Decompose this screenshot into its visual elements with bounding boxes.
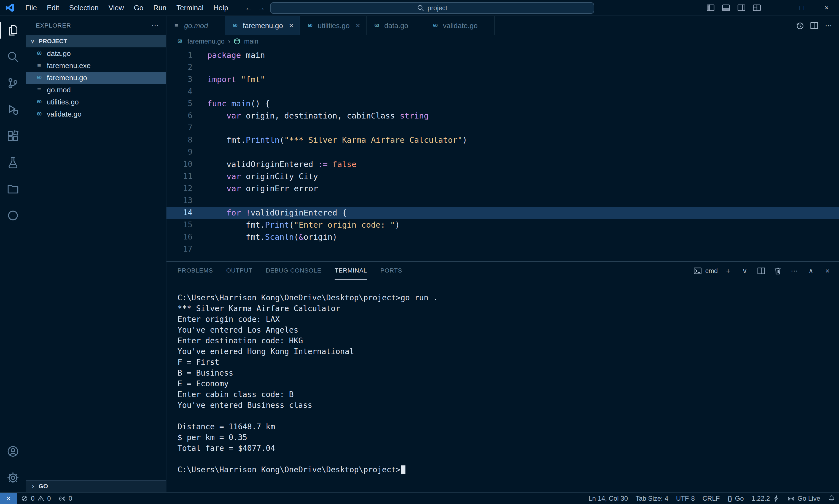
activity-tool[interactable] bbox=[0, 202, 26, 229]
source-control-icon bbox=[7, 77, 19, 89]
close-panel-button[interactable]: × bbox=[821, 265, 834, 277]
menu-go[interactable]: Go bbox=[129, 0, 148, 15]
problems-status[interactable]: 00 bbox=[17, 493, 55, 504]
breadcrumb-symbol[interactable]: main bbox=[244, 37, 258, 45]
sidebar-title-row: EXPLORER ⋯ bbox=[26, 16, 166, 35]
minimize-button[interactable]: ─ bbox=[765, 0, 789, 15]
explorer-sidebar: EXPLORER ⋯ ∨ PROJECT GOdata.go≡faremenu.… bbox=[26, 16, 166, 492]
new-terminal-button[interactable]: + bbox=[722, 265, 734, 277]
line-number: 14 bbox=[166, 207, 192, 219]
close-icon: × bbox=[824, 4, 828, 11]
toggle-secondary-sidebar-button[interactable] bbox=[734, 0, 749, 15]
panel-tab-output[interactable]: OUTPUT bbox=[226, 262, 252, 280]
history-button[interactable] bbox=[794, 20, 806, 32]
tab-label: data.go bbox=[384, 21, 408, 30]
editor-actions: ⋯ bbox=[794, 16, 839, 35]
menu-help[interactable]: Help bbox=[208, 0, 233, 15]
activity-explorer[interactable] bbox=[0, 17, 26, 43]
split-terminal-button[interactable] bbox=[755, 265, 767, 277]
tab-validate.go[interactable]: GOvalidate.go× bbox=[425, 16, 495, 35]
language-status[interactable]: {}Go bbox=[724, 493, 748, 504]
go-live-status[interactable]: Go Live bbox=[784, 493, 824, 504]
menu-file[interactable]: File bbox=[20, 0, 42, 15]
notifications-bell[interactable] bbox=[824, 493, 839, 504]
go-file-icon: GO bbox=[231, 23, 239, 28]
toggle-sidebar-button[interactable] bbox=[703, 0, 718, 15]
sidebar-title: EXPLORER bbox=[36, 22, 71, 29]
activity-settings[interactable] bbox=[0, 465, 26, 491]
vscode-window: FileEditSelectionViewGoRunTerminalHelp ←… bbox=[0, 0, 839, 504]
close-window-button[interactable]: × bbox=[814, 0, 839, 15]
code-line-text: fmt.Scanln(&origin) bbox=[207, 231, 337, 243]
code-line: 11 var originCity City bbox=[166, 170, 839, 182]
activity-extensions[interactable] bbox=[0, 123, 26, 149]
eol-status[interactable]: CRLF bbox=[699, 493, 724, 504]
terminal-output[interactable]: C:\Users\Harrison Kong\OneDrive\Desktop\… bbox=[166, 280, 839, 492]
activity-testing[interactable] bbox=[0, 149, 26, 176]
close-icon[interactable]: × bbox=[286, 21, 296, 31]
close-icon[interactable]: × bbox=[353, 21, 363, 31]
outline-section-go[interactable]: › GO bbox=[26, 480, 166, 492]
panel-tab-problems[interactable]: PROBLEMS bbox=[178, 262, 213, 280]
command-center-search[interactable]: project bbox=[270, 2, 594, 14]
menu-terminal[interactable]: Terminal bbox=[172, 0, 208, 15]
menu-view[interactable]: View bbox=[104, 0, 129, 15]
menu-selection[interactable]: Selection bbox=[64, 0, 104, 15]
line-number: 7 bbox=[166, 122, 192, 134]
file-label: data.go bbox=[47, 49, 71, 58]
tab-go.mod[interactable]: ≡go.mod× bbox=[166, 16, 225, 35]
file-item-data.go[interactable]: GOdata.go bbox=[26, 48, 166, 59]
kill-terminal-button[interactable] bbox=[772, 265, 784, 277]
file-item-utilities.go[interactable]: GOutilities.go bbox=[26, 96, 166, 108]
code-editor[interactable]: 1package main23import "fmt"45func main()… bbox=[166, 48, 839, 261]
maximize-panel-button[interactable]: ∧ bbox=[805, 265, 817, 277]
more-actions-icon[interactable]: ⋯ bbox=[151, 22, 159, 30]
ellipsis-icon: ⋯ bbox=[791, 267, 798, 274]
language-label: Go bbox=[735, 494, 744, 502]
terminal-shell-selector[interactable]: cmd bbox=[693, 267, 718, 275]
vscode-logo-icon bbox=[5, 3, 15, 13]
file-item-faremenu.go[interactable]: GOfaremenu.go bbox=[26, 72, 166, 84]
maximize-button[interactable]: □ bbox=[789, 0, 814, 15]
activity-folders[interactable] bbox=[0, 176, 26, 202]
cursor-position-status-label: Ln 14, Col 30 bbox=[588, 494, 628, 502]
code-line: 1package main bbox=[166, 49, 839, 61]
terminal-dropdown-button[interactable]: ∨ bbox=[739, 265, 751, 277]
go-file-icon: GO bbox=[431, 23, 440, 28]
folder-section-project[interactable]: ∨ PROJECT bbox=[26, 35, 166, 48]
toggle-panel-button[interactable] bbox=[718, 0, 734, 15]
panel-tab-terminal[interactable]: TERMINAL bbox=[335, 262, 367, 280]
forward-arrow-icon[interactable]: → bbox=[257, 4, 265, 13]
code-line-text: import "fmt" bbox=[207, 73, 265, 86]
ports-status[interactable]: 0 bbox=[55, 493, 76, 504]
panel-tab-ports[interactable]: PORTS bbox=[380, 262, 402, 280]
activity-accounts[interactable] bbox=[0, 438, 26, 465]
encoding-status[interactable]: UTF-8 bbox=[672, 493, 699, 504]
remote-indicator[interactable] bbox=[0, 493, 17, 504]
terminal-line: Enter origin code: LAX bbox=[178, 315, 839, 325]
file-item-go.mod[interactable]: ≡go.mod bbox=[26, 84, 166, 96]
activity-bottom bbox=[0, 438, 26, 491]
line-number: 13 bbox=[166, 195, 192, 207]
go-version-status[interactable]: 1.22.2 bbox=[748, 493, 784, 504]
menu-run[interactable]: Run bbox=[148, 0, 172, 15]
menu-edit[interactable]: Edit bbox=[42, 0, 64, 15]
more-actions-button[interactable]: ⋯ bbox=[822, 20, 835, 32]
tab-faremenu.go[interactable]: GOfaremenu.go× bbox=[225, 16, 300, 35]
customize-layout-button[interactable] bbox=[749, 0, 765, 15]
panel-tab-debug-console[interactable]: DEBUG CONSOLE bbox=[266, 262, 321, 280]
back-arrow-icon[interactable]: ← bbox=[245, 4, 252, 13]
split-editor-button[interactable] bbox=[808, 20, 820, 32]
panel-more-actions-button[interactable]: ⋯ bbox=[788, 265, 800, 277]
activity-search[interactable] bbox=[0, 43, 26, 70]
file-item-faremenu.exe[interactable]: ≡faremenu.exe bbox=[26, 59, 166, 72]
cursor-position-status[interactable]: Ln 14, Col 30 bbox=[585, 493, 632, 504]
activity-source-control[interactable] bbox=[0, 70, 26, 96]
tab-utilities.go[interactable]: GOutilities.go× bbox=[300, 16, 367, 35]
tab-data.go[interactable]: GOdata.go× bbox=[367, 16, 425, 35]
activity-run-debug[interactable] bbox=[0, 96, 26, 123]
terminal-line: Total fare = $4077.04 bbox=[178, 444, 839, 454]
file-item-validate.go[interactable]: GOvalidate.go bbox=[26, 108, 166, 120]
breadcrumb-file[interactable]: faremenu.go bbox=[188, 37, 225, 45]
indent-status[interactable]: Tab Size: 4 bbox=[632, 493, 672, 504]
